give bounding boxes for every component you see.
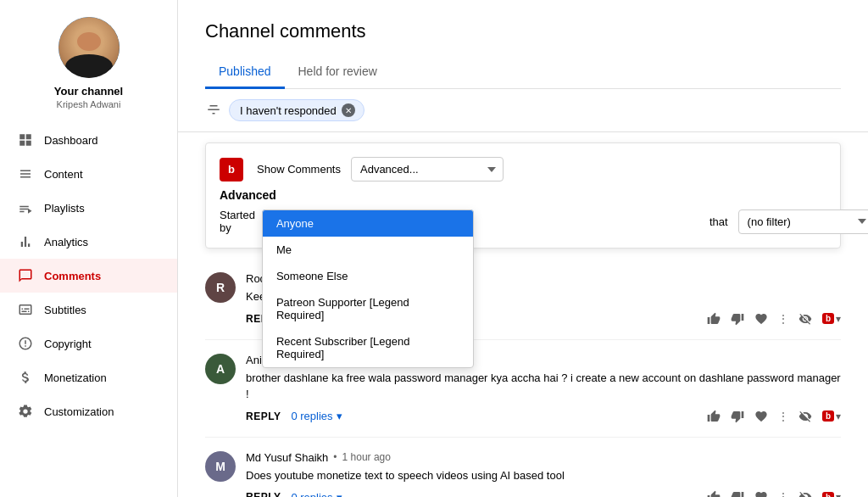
filter-chip-close[interactable]: ✕ — [342, 103, 355, 117]
filter-icon[interactable] — [205, 102, 222, 119]
dislike-button[interactable] — [731, 312, 744, 326]
monetization-icon — [17, 369, 34, 386]
started-by-row: Started by Anyone ▾ Anyone Me Someone El… — [220, 209, 826, 234]
channel-avatar — [58, 17, 120, 78]
avatar: M — [205, 451, 236, 482]
subtitles-icon — [17, 301, 34, 318]
replies-toggle[interactable]: 0 replies ▾ — [291, 410, 342, 422]
comment-actions: REPLY 0 replies ▾ ⋮ — [246, 490, 841, 497]
that-label: that — [709, 215, 728, 228]
advanced-panel: b Show Comments Advanced... Advanced Sta… — [205, 142, 841, 248]
svg-rect-0 — [19, 134, 25, 139]
sidebar-item-copyright[interactable]: Copyright — [0, 327, 177, 360]
sidebar-item-subtitles-label: Subtitles — [44, 304, 86, 316]
sidebar-item-dashboard[interactable]: Dashboard — [0, 123, 177, 157]
sidebar-item-dashboard-label: Dashboard — [44, 134, 98, 147]
sidebar-item-customization[interactable]: Customization — [0, 394, 177, 428]
logo-badge: b — [220, 158, 243, 181]
sidebar-item-content-label: Content — [44, 168, 83, 181]
hide-button[interactable] — [798, 490, 812, 497]
dropdown-item-someone-else[interactable]: Someone Else — [263, 263, 473, 289]
more-options-button[interactable]: ⋮ — [778, 313, 788, 325]
sidebar-item-analytics-label: Analytics — [44, 236, 88, 248]
dropdown-list: Anyone Me Someone Else Patreon Supporter… — [262, 209, 474, 368]
channel-badge-button[interactable]: b▾ — [822, 410, 841, 422]
sidebar-item-playlists-label: Playlists — [44, 202, 85, 215]
dropdown-item-recent-sub[interactable]: Recent Subscriber [Legend Required] — [263, 328, 473, 367]
sidebar-item-customization-label: Customization — [44, 405, 114, 418]
customization-icon — [17, 403, 34, 420]
channel-badge-button[interactable]: b▾ — [822, 491, 841, 497]
sidebar-item-playlists[interactable]: Playlists — [0, 191, 177, 225]
comment-time: • — [333, 451, 337, 463]
avatar: A — [205, 354, 236, 384]
sidebar: Your channel Kripesh Adwani Dashboard Co… — [0, 0, 178, 497]
reply-button[interactable]: REPLY — [246, 410, 281, 422]
hide-button[interactable] — [798, 410, 812, 423]
comment-actions: REPLY 0 replies ▾ ⋮ — [246, 410, 841, 423]
filter-chip[interactable]: I haven't responded ✕ — [229, 99, 364, 121]
svg-rect-2 — [19, 141, 25, 146]
comment-text: brother dashlane ka free wala password m… — [246, 370, 841, 403]
content-icon — [17, 165, 34, 182]
dropdown-item-patreon[interactable]: Patreon Supporter [Legend Required] — [263, 289, 473, 328]
sidebar-item-subtitles[interactable]: Subtitles — [0, 293, 177, 327]
sidebar-item-comments[interactable]: Comments — [0, 259, 177, 293]
show-comments-row: b Show Comments Advanced... — [220, 157, 826, 181]
show-comments-select[interactable]: Advanced... — [351, 157, 504, 181]
filter-bar: I haven't responded ✕ — [178, 89, 868, 132]
page-header: Channel comments Published Held for revi… — [178, 0, 868, 89]
dashboard-icon — [17, 131, 34, 148]
svg-rect-1 — [26, 134, 31, 139]
heart-button[interactable] — [754, 410, 768, 423]
advanced-label: Advanced — [220, 188, 826, 202]
analytics-icon — [17, 233, 34, 250]
started-by-label: Started by — [220, 209, 255, 234]
copyright-icon — [17, 335, 34, 352]
hide-button[interactable] — [798, 312, 812, 326]
sidebar-item-comments-label: Comments — [44, 270, 101, 282]
comment-body: Md Yusuf Shaikh • 1 hour ago Does youtub… — [246, 451, 841, 498]
comments-icon — [17, 267, 34, 284]
tabs: Published Held for review — [205, 56, 841, 89]
comment-item: M Md Yusuf Shaikh • 1 hour ago Does yout… — [205, 438, 841, 498]
sidebar-item-copyright-label: Copyright — [44, 338, 92, 350]
chevron-down-icon: ▾ — [337, 410, 342, 422]
like-button[interactable] — [707, 490, 721, 497]
comments-area: b Show Comments Advanced... Advanced Sta… — [178, 132, 868, 497]
comment-time: 1 hour ago — [342, 451, 391, 463]
channel-badge-button[interactable]: b▾ — [822, 313, 841, 325]
show-comments-label: Show Comments — [257, 163, 341, 176]
heart-button[interactable] — [754, 490, 768, 497]
avatar: R — [205, 272, 236, 303]
heart-button[interactable] — [754, 312, 768, 326]
channel-name: Your channel — [54, 85, 123, 98]
svg-rect-3 — [26, 141, 31, 146]
main-content: Channel comments Published Held for revi… — [178, 0, 868, 497]
dislike-button[interactable] — [731, 410, 744, 423]
chevron-down-icon: ▾ — [337, 491, 342, 498]
filter-chip-label: I haven't responded — [240, 104, 337, 117]
like-button[interactable] — [707, 312, 721, 326]
channel-subname: Kripesh Adwani — [57, 99, 121, 109]
tab-held-for-review[interactable]: Held for review — [285, 56, 391, 89]
sidebar-item-monetization-label: Monetization — [44, 371, 107, 384]
sidebar-item-analytics[interactable]: Analytics — [0, 225, 177, 259]
that-filter-select[interactable]: (no filter) — [738, 209, 868, 234]
like-button[interactable] — [707, 410, 721, 423]
reply-button[interactable]: REPLY — [246, 491, 281, 497]
dropdown-item-me[interactable]: Me — [263, 237, 473, 263]
more-options-button[interactable]: ⋮ — [778, 491, 788, 497]
more-options-button[interactable]: ⋮ — [778, 410, 788, 422]
tab-published[interactable]: Published — [205, 56, 285, 89]
replies-toggle[interactable]: 0 replies ▾ — [291, 491, 342, 498]
started-by-dropdown[interactable]: Anyone ▾ Anyone Me Someone Else Patreon … — [262, 209, 474, 234]
sidebar-item-content[interactable]: Content — [0, 157, 177, 191]
dislike-button[interactable] — [731, 490, 744, 497]
dropdown-item-anyone[interactable]: Anyone — [263, 210, 473, 237]
comment-text: Does youtube monetize text to speech vid… — [246, 467, 841, 484]
playlists-icon — [17, 199, 34, 216]
sidebar-item-monetization[interactable]: Monetization — [0, 360, 177, 394]
page-title: Channel comments — [205, 20, 841, 42]
comment-author: Md Yusuf Shaikh — [246, 451, 328, 464]
